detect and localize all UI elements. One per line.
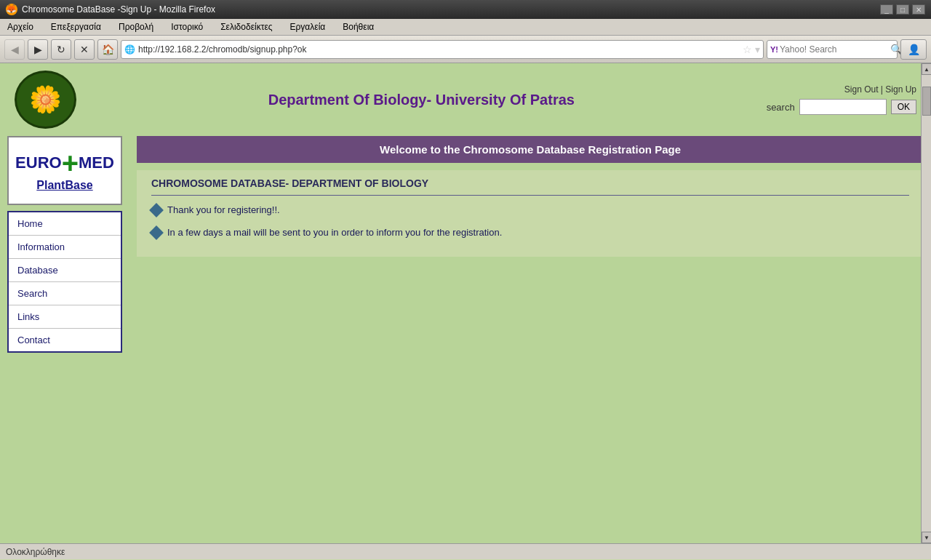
menu-edit[interactable]: Επεξεργασία — [47, 20, 105, 33]
auth-links: Sign Out | Sign Up — [844, 84, 916, 95]
bookmark-star-icon[interactable]: ☆ — [743, 44, 752, 55]
address-bar[interactable] — [138, 44, 740, 55]
yahoo-icon: Y! — [770, 45, 778, 54]
page-icon: 🌐 — [124, 44, 135, 55]
status-text: Ολοκληρώθηκε — [6, 547, 65, 557]
browser-menubar: Αρχείο Επεξεργασία Προβολή Ιστορικό Σελι… — [0, 19, 931, 36]
main-layout: EURO + MED PlantBase Home Information Da… — [0, 136, 931, 543]
home-browser-button[interactable]: 🏠 — [97, 39, 118, 60]
scrollbar-thumb[interactable] — [922, 87, 931, 116]
menu-bookmarks[interactable]: Σελιδοδείκτες — [216, 20, 276, 33]
menu-tools[interactable]: Εργαλεία — [286, 20, 330, 33]
plus-icon: + — [62, 150, 79, 176]
page-wrapper: 🌼 Department Of Biology- University Of P… — [0, 63, 931, 543]
sidebar: EURO + MED PlantBase Home Information Da… — [7, 136, 129, 536]
sidebar-item-database[interactable]: Database — [9, 259, 121, 282]
refresh-button[interactable]: ↻ — [51, 39, 71, 60]
sidebar-item-links[interactable]: Links — [9, 305, 121, 329]
nav-menu: Home Information Database Search Links C… — [7, 211, 122, 353]
link-separator: | — [881, 84, 883, 95]
site-title: Department Of Biology- University Of Pat… — [91, 92, 752, 108]
stop-button[interactable]: ✕ — [74, 39, 95, 60]
browser-search-container: Y! 🔍 — [767, 40, 898, 59]
plantbase-text: PlantBase — [15, 179, 114, 192]
menu-help[interactable]: Βοήθεια — [338, 20, 378, 33]
sidebar-item-contact[interactable]: Contact — [9, 329, 121, 351]
scrollbar-down-button[interactable]: ▼ — [922, 532, 931, 543]
euro-med-text: EURO + MED — [15, 150, 114, 176]
sign-up-link[interactable]: Sign Up — [885, 84, 916, 95]
close-button[interactable]: ✕ — [912, 4, 925, 15]
sign-out-link[interactable]: Sign Out — [844, 84, 879, 95]
header-search-form: search OK — [767, 99, 916, 115]
avatar-button[interactable]: 👤 — [900, 39, 927, 60]
maximize-button[interactable]: □ — [896, 4, 909, 15]
content-area: Welcome to the Chromosome Database Regis… — [137, 136, 924, 536]
window-controls: _ □ ✕ — [880, 4, 925, 15]
dropdown-icon[interactable]: ▾ — [755, 44, 760, 55]
message-list: Thank you for registering!!. In a few da… — [151, 204, 909, 238]
forward-button[interactable]: ▶ — [28, 39, 48, 60]
browser-titlebar: 🦊 Chromosome DataBase -Sign Up - Mozilla… — [0, 0, 931, 19]
bullet-icon-1 — [149, 203, 164, 217]
sidebar-item-search[interactable]: Search — [9, 282, 121, 305]
firefox-icon: 🦊 — [6, 4, 17, 15]
plant-base-logo: EURO + MED PlantBase — [7, 136, 122, 205]
browser-search-input[interactable] — [780, 44, 889, 55]
browser-title: Chromosome DataBase -Sign Up - Mozilla F… — [22, 4, 215, 15]
menu-history[interactable]: Ιστορικό — [167, 20, 207, 33]
scrollbar-up-button[interactable]: ▲ — [922, 63, 931, 75]
list-item: Thank you for registering!!. — [151, 204, 909, 215]
content-box: CHROMOSOME DATABASE- DEPARTMENT OF BIOLO… — [137, 170, 924, 257]
flower-icon: 🌼 — [29, 84, 62, 115]
minimize-button[interactable]: _ — [880, 4, 893, 15]
status-bar: Ολοκληρώθηκε — [0, 543, 931, 559]
header-right: Sign Out | Sign Up search OK — [767, 84, 916, 115]
plant-base-logo-inner: EURO + MED PlantBase — [15, 150, 114, 192]
euro-text: EURO — [15, 153, 62, 172]
scrollbar-track[interactable]: ▲ ▼ — [921, 63, 931, 543]
address-bar-container: 🌐 ☆ ▾ — [121, 40, 764, 59]
page-header: 🌼 Department Of Biology- University Of P… — [0, 63, 931, 136]
med-text: MED — [79, 153, 114, 172]
sidebar-item-information[interactable]: Information — [9, 236, 121, 259]
list-item: In a few days a mail will be sent to you… — [151, 227, 909, 238]
menu-view[interactable]: Προβολή — [114, 20, 158, 33]
university-logo: 🌼 — [15, 71, 76, 129]
welcome-banner: Welcome to the Chromosome Database Regis… — [137, 136, 924, 163]
message-1: Thank you for registering!!. — [167, 204, 280, 215]
back-button[interactable]: ◀ — [4, 39, 25, 60]
search-label: search — [767, 102, 795, 113]
header-search-input[interactable] — [799, 99, 887, 115]
browser-toolbar: ◀ ▶ ↻ ✕ 🏠 🌐 ☆ ▾ Y! 🔍 👤 — [0, 36, 931, 63]
sidebar-item-home[interactable]: Home — [9, 212, 121, 236]
browser-viewport: 🌼 Department Of Biology- University Of P… — [0, 63, 931, 543]
message-2: In a few days a mail will be sent to you… — [167, 227, 502, 238]
db-subtitle: CHROMOSOME DATABASE- DEPARTMENT OF BIOLO… — [151, 177, 909, 189]
content-divider — [151, 195, 909, 196]
search-ok-button[interactable]: OK — [891, 100, 916, 114]
bullet-icon-2 — [149, 225, 164, 240]
menu-file[interactable]: Αρχείο — [3, 20, 38, 33]
